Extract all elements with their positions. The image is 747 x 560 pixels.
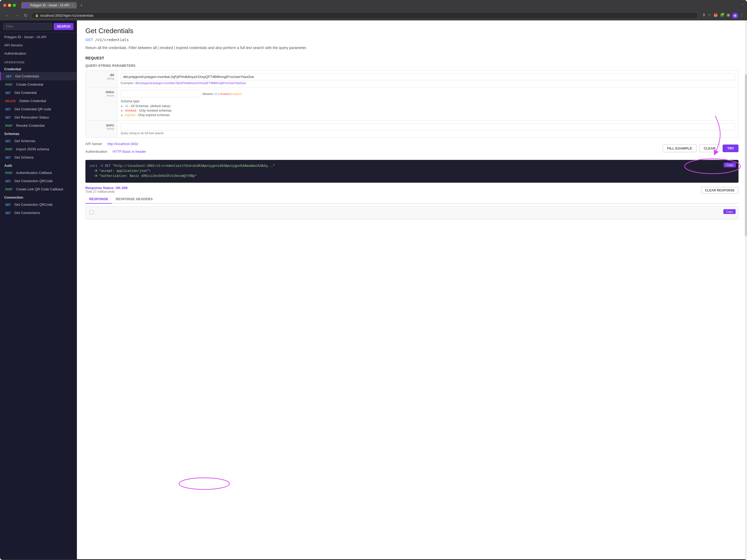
sidebar-item-get-connection-qrcode[interactable]: GET Get Connection QRCode [0,201,77,209]
status-info: Response Status: OK:200 Took 27 millisec… [85,186,128,193]
sidebar-item-main-title[interactable]: Polygon ID - Issuer - UI API [0,33,77,41]
clear-button[interactable]: CLEAR [699,144,720,152]
fill-example-button[interactable]: FILL EXAMPLE [663,144,697,152]
param-type-status: enum [89,94,114,97]
query-params-title: QUERY-STRING PARAMETERS [85,64,739,68]
sidebar-item-create-credential[interactable]: POST Create Credential [0,80,77,88]
bookmark-icon[interactable]: ☆ [708,13,711,19]
allowed-expired-link[interactable]: expired [232,92,242,96]
endpoint-description: Return all the credentials. Filter betwe… [85,45,739,51]
window-controls[interactable]: ⌃ [741,3,744,7]
sidebar-item-import-json-schema[interactable]: POST Import JSON schema [0,145,77,153]
sidebar-label-create-link-qr: Create Link QR Code Callback [16,187,63,191]
sidebar-label-authentication-callback: Authentication Callback [16,171,52,175]
tab-response[interactable]: RESPONSE [85,195,112,204]
copy-curl-button[interactable]: Copy [724,163,736,167]
response-time-text: Took 27 milliseconds [85,190,128,193]
param-input-status[interactable] [121,90,200,97]
api-action-row: API Server http://localhost:3002 Authent… [85,142,739,157]
param-row-did: did string Examples: did:polygonid:polyg… [86,71,738,87]
sidebar-item-get-schemas[interactable]: GET Get Schemas [0,137,77,145]
scrollbar-track [745,20,747,559]
endpoint-method: GET [85,38,93,42]
allowed-all-link[interactable]: all [214,92,217,96]
allowed-revoked-link[interactable]: revoked [220,92,230,96]
close-traffic-light[interactable] [3,4,6,7]
response-status-area: Response Status: OK:200 Took 27 millisec… [85,186,739,194]
get-badge-3: GET [4,108,12,111]
sidebar-item-api-servers[interactable]: API Servers [0,41,77,49]
scrollbar-thumb[interactable] [745,74,747,236]
auth-label: Authentication [85,150,107,154]
post-badge-5: POST [4,188,14,191]
copy-response-button[interactable]: Copy [723,209,736,214]
sidebar-item-get-credentials[interactable]: GET Get Credentials [0,72,77,80]
sidebar-label-import-json-schema: Import JSON schema [16,147,49,151]
param-allowed-label: Allowed: all | revoked | expired [202,92,242,96]
extension-icon[interactable]: 🦊 [713,13,718,19]
tab-close-icon[interactable]: ✕ [71,4,74,7]
sidebar-item-authentication[interactable]: Authentication [0,49,77,57]
endpoint-url: GET /v1/credentials [85,38,739,42]
get-badge-7: GET [4,180,12,183]
api-server-link[interactable]: http://localhost:3002 [107,142,138,146]
sidebar-item-authentication-callback[interactable]: POST Authentication Callback [0,169,77,177]
minimize-traffic-light[interactable] [8,4,11,7]
get-badge-6: GET [4,156,12,159]
tab-bar: Polygon ID - Issuer - UI API ✕ + [21,2,739,8]
param-input-did[interactable] [121,73,735,80]
maximize-traffic-light[interactable] [13,4,16,7]
sidebar-item-create-link-qr[interactable]: POST Create Link QR Code Callback [0,185,77,193]
share-icon[interactable]: ⬆ [702,13,705,19]
sidebar-item-revoke-credential[interactable]: POST Revoke Credential [0,122,77,130]
get-badge-4: GET [4,116,12,119]
address-bar[interactable]: 🔒 localhost:3002/#get-/v1/credentials [31,12,698,19]
sidebar-label-get-credential-qr: Get Credential QR code [14,107,51,111]
get-badge-2: GET [4,91,12,95]
get-badge: GET [5,75,13,78]
search-button[interactable]: SEARCH [54,23,74,30]
tab-response-headers[interactable]: RESPONSE HEADERS [112,195,156,204]
sidebar-item-get-credential-qr[interactable]: GET Get Credential QR code [0,105,77,113]
menu-icon[interactable]: ⋮ [740,13,744,19]
auth-link[interactable]: HTTP Basic in header [112,150,146,154]
sidebar-item-get-schema[interactable]: GET Get Schema [0,153,77,161]
sidebar-label-revoke-credential: Revoke Credential [16,124,45,128]
curl-line-1: curl -X GET "http://localhost:3002/v1/cr… [90,164,734,169]
param-label-did: did string [86,71,118,87]
active-tab[interactable]: Polygon ID - Issuer - UI API ✕ [21,2,77,8]
curl-line-3: -H "authorization: Basic dXNlci1hcGk6cGF… [90,174,734,179]
traffic-lights [3,4,16,7]
response-checkbox[interactable] [89,210,94,214]
request-section-title: REQUEST [85,56,739,60]
search-input[interactable] [3,23,52,30]
sidebar-item-get-revocation-status[interactable]: GET Get Revocation Status [0,113,77,122]
content-area: Get Credentials GET /v1/credentials Retu… [77,20,747,559]
address-text: localhost:3002/#get-/v1/credentials [40,14,94,18]
tab-favicon-icon [24,3,28,7]
param-type-query: string [89,127,114,130]
sidebar-item-get-connection-qrcode-auth[interactable]: GET Get Connection QRCode [0,177,77,185]
new-tab-button[interactable]: + [79,3,84,8]
post-badge-3: POST [4,148,14,151]
sidebar-label-delete-credential: Delete Credential [19,99,46,103]
schema-item-expired: expired - Only expired schemas [125,113,735,117]
back-button[interactable]: ← [3,13,10,19]
schema-item-all: all - All Schemas. (default value) [125,104,735,108]
forward-button[interactable]: → [13,13,20,19]
curl-code-block: Copy curl -X GET "http://localhost:3002/… [85,160,739,183]
sidebar-toggle-icon[interactable]: ▣ [727,13,730,19]
user-avatar[interactable]: M [732,13,738,19]
refresh-button[interactable]: ↻ [22,12,29,19]
sidebar-item-get-credential[interactable]: GET Get Credential [0,88,77,97]
action-buttons: FILL EXAMPLE CLEAR TRY [663,144,739,152]
response-tabs: RESPONSE RESPONSE HEADERS [85,195,739,204]
clear-response-button[interactable]: CLEAR RESPONSE [701,187,739,194]
param-input-query[interactable] [121,123,735,130]
sidebar-item-delete-credential[interactable]: DELETE Delete Credential [0,97,77,105]
param-example-did-link[interactable]: did:polygonid:polygon:mumbai:2qFpPHotk6o… [135,81,246,85]
param-name-status: status [89,90,114,94]
sidebar-item-get-connections[interactable]: GET Get Connections [0,209,77,217]
try-button[interactable]: TRY [723,144,739,152]
puzzle-icon[interactable]: 🧩 [720,13,724,19]
